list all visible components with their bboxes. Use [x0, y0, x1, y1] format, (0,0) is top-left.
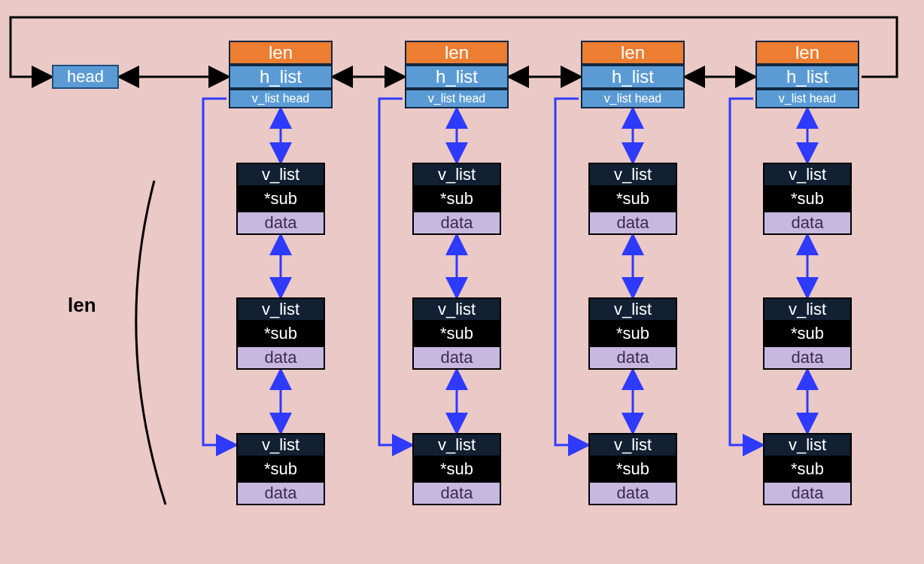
- node-vlist: v_list: [588, 163, 677, 187]
- node-data: data: [236, 346, 325, 370]
- vnode: v_list *sub data: [588, 433, 677, 505]
- node-sub: *sub: [412, 322, 501, 346]
- node-data: data: [236, 481, 325, 505]
- header-len: len: [229, 41, 333, 65]
- node-vlist: v_list: [763, 433, 852, 457]
- node-vlist: v_list: [236, 297, 325, 322]
- node-vlist: v_list: [763, 297, 852, 322]
- node-sub: *sub: [236, 457, 325, 481]
- vnode: v_list *sub data: [412, 433, 501, 505]
- header-len: len: [755, 41, 859, 65]
- vnode: v_list *sub data: [588, 297, 677, 370]
- vnode: v_list *sub data: [236, 297, 325, 370]
- vnode: v_list *sub data: [236, 163, 325, 235]
- node-sub: *sub: [236, 322, 325, 346]
- column-header: len h_list v_list head: [405, 41, 509, 108]
- header-len: len: [405, 41, 509, 65]
- node-sub: *sub: [763, 457, 852, 481]
- vnode: v_list *sub data: [763, 163, 852, 235]
- column-header: len h_list v_list head: [581, 41, 685, 108]
- node-data: data: [236, 211, 325, 235]
- vnode: v_list *sub data: [236, 433, 325, 505]
- node-data: data: [588, 481, 677, 505]
- node-sub: *sub: [763, 322, 852, 346]
- vnode: v_list *sub data: [588, 163, 677, 235]
- header-hlist: h_list: [581, 65, 685, 89]
- header-vlist-head: v_list head: [229, 89, 333, 108]
- node-sub: *sub: [588, 322, 677, 346]
- node-data: data: [412, 481, 501, 505]
- node-data: data: [588, 211, 677, 235]
- header-hlist: h_list: [405, 65, 509, 89]
- node-vlist: v_list: [412, 163, 501, 187]
- node-data: data: [763, 346, 852, 370]
- node-vlist: v_list: [588, 433, 677, 457]
- vnode: v_list *sub data: [763, 297, 852, 370]
- node-sub: *sub: [588, 457, 677, 481]
- head-node: head: [52, 65, 119, 89]
- node-vlist: v_list: [412, 297, 501, 322]
- node-vlist: v_list: [588, 297, 677, 322]
- node-sub: *sub: [588, 187, 677, 211]
- header-hlist: h_list: [229, 65, 333, 89]
- header-vlist-head: v_list head: [405, 89, 509, 108]
- vnode: v_list *sub data: [763, 433, 852, 505]
- node-sub: *sub: [763, 187, 852, 211]
- node-data: data: [412, 346, 501, 370]
- node-vlist: v_list: [236, 433, 325, 457]
- header-hlist: h_list: [755, 65, 859, 89]
- node-data: data: [763, 211, 852, 235]
- header-vlist-head: v_list head: [581, 89, 685, 108]
- vnode: v_list *sub data: [412, 297, 501, 370]
- diagram-canvas: head len len h_list v_list head v_list *…: [0, 0, 924, 564]
- node-vlist: v_list: [412, 433, 501, 457]
- column-header: len h_list v_list head: [229, 41, 333, 108]
- head-label: head: [67, 68, 104, 86]
- node-vlist: v_list: [236, 163, 325, 187]
- header-vlist-head: v_list head: [755, 89, 859, 108]
- node-vlist: v_list: [763, 163, 852, 187]
- node-data: data: [763, 481, 852, 505]
- len-annotation: len: [68, 294, 96, 317]
- node-sub: *sub: [236, 187, 325, 211]
- column-header: len h_list v_list head: [755, 41, 859, 108]
- header-len: len: [581, 41, 685, 65]
- node-sub: *sub: [412, 457, 501, 481]
- node-data: data: [588, 346, 677, 370]
- vnode: v_list *sub data: [412, 163, 501, 235]
- node-data: data: [412, 211, 501, 235]
- node-sub: *sub: [412, 187, 501, 211]
